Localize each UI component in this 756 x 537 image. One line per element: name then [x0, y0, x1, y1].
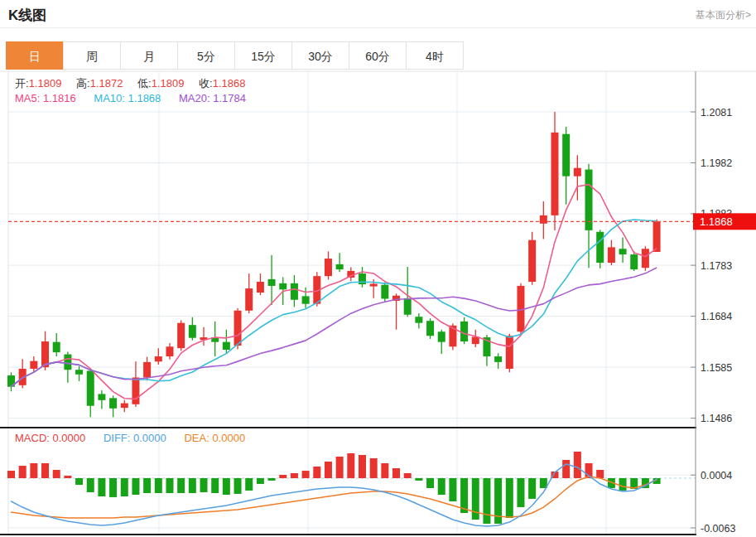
last-price-text: 1.1868 — [700, 215, 733, 228]
ma20-legend: MA20: 1.1784 — [179, 92, 246, 104]
candle-body — [540, 215, 547, 224]
macd-hist-bar — [155, 478, 162, 493]
macd-hist-bar — [596, 470, 604, 478]
high-label: 高: — [76, 77, 90, 90]
candle-body — [98, 394, 105, 399]
macd-hist-bar — [291, 473, 298, 478]
ma-legend: MA5: 1.1816 MA10: 1.1868 MA20: 1.1784 — [15, 92, 246, 104]
macd-hist-bar — [381, 463, 388, 478]
price-tick-label: 1.1783 — [701, 260, 732, 272]
price-tick-label: 1.1982 — [701, 157, 732, 169]
price-tick-label: 1.2081 — [701, 107, 732, 119]
candle-body — [619, 249, 627, 254]
macd-hist-bar — [426, 478, 434, 488]
macd-hist-bar — [257, 478, 264, 484]
candle-body — [630, 254, 638, 269]
macd-legend: MACD: 0.0000 DIFF: 0.0000 DEA: 0.0000 — [15, 432, 245, 444]
macd-hist-bar — [404, 473, 412, 478]
macd-hist-bar — [506, 478, 513, 518]
candle-body — [177, 323, 185, 348]
candle-body — [87, 370, 94, 405]
macd-hist-bar — [75, 478, 83, 485]
macd-hist-bar — [313, 467, 320, 478]
macd-hist-bar — [166, 478, 173, 493]
candle-body — [438, 331, 445, 341]
candle-body — [302, 296, 310, 303]
ohlc-legend: 开:1.1809 高:1.1872 低:1.1809 收:1.1868 — [15, 76, 257, 91]
pane-separator — [0, 427, 696, 428]
macd-hist-bar — [438, 478, 445, 495]
macd-hist-bar — [200, 478, 208, 492]
candle-body — [75, 370, 83, 375]
candle-body — [608, 247, 615, 263]
macd-hist-bar — [7, 471, 15, 478]
macd-hist-bar — [177, 478, 185, 493]
close-label: 收: — [199, 77, 213, 90]
macd-hist-bar — [392, 468, 400, 478]
candle-body — [494, 356, 502, 362]
macd-hist-bar — [517, 478, 524, 507]
candle-body — [596, 232, 604, 263]
macd-hist-bar — [449, 478, 456, 501]
candle-body — [336, 264, 344, 269]
candle-body — [642, 249, 649, 268]
low-value: 1.1809 — [152, 77, 185, 90]
price-tick-label: 1.1585 — [701, 362, 732, 374]
kline-page: K线图 基本面分析> 日 周 月 5分 15分 30分 60分 4时 1.208… — [0, 0, 756, 537]
macd-tick-label: 0.0004 — [701, 470, 732, 481]
candle-body — [121, 404, 128, 409]
low-label: 低: — [137, 77, 152, 90]
macd-hist-bar — [211, 478, 219, 493]
price-tick-label: 1.1486 — [701, 413, 732, 424]
diff-value: DIFF: 0.0000 — [104, 432, 166, 444]
candle-body — [166, 346, 173, 356]
candle-body — [109, 398, 117, 408]
candle-body — [189, 325, 196, 338]
macd-hist-bar — [234, 478, 242, 494]
macd-hist-bar — [109, 478, 117, 497]
candle-body — [574, 168, 581, 177]
candle-body — [404, 298, 412, 315]
candle-body — [460, 322, 468, 341]
macd-hist-bar — [41, 463, 49, 478]
macd-hist-bar — [189, 478, 196, 493]
candle-body — [223, 342, 230, 350]
candle-body — [64, 355, 71, 370]
candle-body — [53, 342, 60, 352]
candle-body — [143, 362, 151, 378]
macd-hist-bar — [302, 471, 310, 478]
open-value: 1.1809 — [29, 77, 62, 90]
candle-body — [132, 378, 139, 404]
dea-line — [12, 477, 657, 518]
macd-hist-bar — [562, 460, 570, 478]
macd-tick-label: -0.0063 — [701, 523, 735, 535]
macd-hist-bar — [483, 478, 490, 524]
candle-body — [562, 134, 570, 177]
macd-hist-bar — [268, 478, 276, 481]
open-label: 开: — [15, 77, 29, 90]
candle-body — [30, 361, 37, 369]
candle-body — [426, 321, 434, 336]
ma5-legend: MA5: 1.1816 — [15, 92, 76, 104]
chart-bottom-border — [0, 534, 696, 535]
candle-body — [528, 240, 536, 282]
macd-hist-bar — [472, 478, 479, 520]
macd-hist-bar — [415, 478, 422, 481]
macd-hist-bar — [619, 478, 627, 491]
macd-hist-bar — [336, 457, 344, 478]
candle-body — [279, 283, 287, 289]
macd-hist-bar — [30, 463, 37, 478]
macd-hist-bar — [325, 462, 332, 478]
ma10-legend: MA10: 1.1868 — [94, 92, 161, 104]
macd-hist-bar — [347, 453, 354, 478]
macd-hist-bar — [528, 478, 536, 499]
macd-hist-bar — [370, 458, 378, 478]
ma10-line — [12, 220, 657, 387]
candle-body — [506, 336, 513, 369]
macd-hist-bar — [223, 478, 230, 495]
macd-hist-bar — [279, 475, 287, 478]
candle-body — [551, 133, 558, 215]
macd-hist-bar — [87, 478, 94, 492]
macd-hist-bar — [53, 470, 60, 478]
macd-hist-bar — [359, 455, 366, 478]
